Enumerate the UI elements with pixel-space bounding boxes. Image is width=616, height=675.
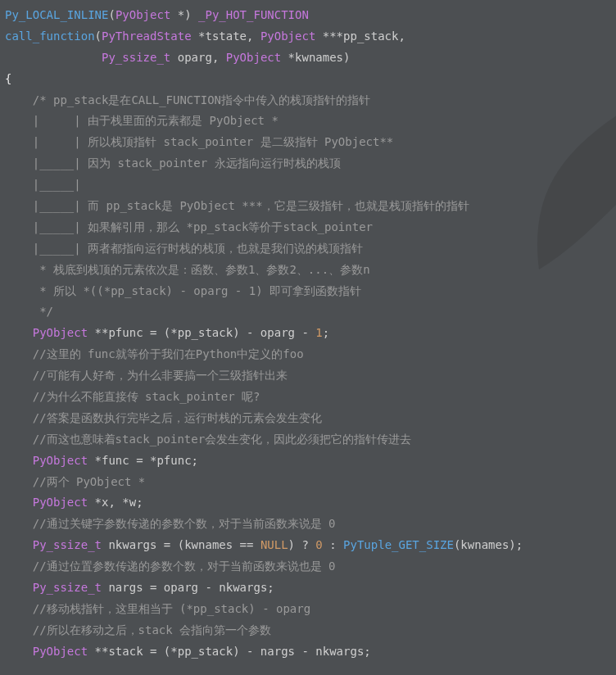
- code-text: :: [323, 538, 343, 551]
- code-comment: //通过关键字参数传递的参数个数，对于当前函数来说是 0: [5, 517, 335, 530]
- code-comment: //所以在移动之后，stack 会指向第一个参数: [5, 623, 271, 636]
- code-text: Py_LOCAL_INLINE: [5, 8, 108, 21]
- code-text: PyObject: [260, 29, 315, 43]
- code-text: ***pp_stack,: [315, 29, 405, 43]
- code-text: PyTuple_GET_SIZE: [343, 538, 454, 551]
- code-comment: //答案是函数执行完毕之后，运行时栈的元素会发生变化: [5, 411, 322, 424]
- code-text: *func = *pfunc;: [88, 454, 198, 467]
- code-comment: //通过位置参数传递的参数个数，对于当前函数来说也是 0: [5, 559, 335, 573]
- code-comment: |_____| 如果解引用，那么 *pp_stack等价于stack_point…: [5, 220, 373, 233]
- code-comment: //这里的 func就等价于我们在Python中定义的foo: [5, 347, 304, 360]
- code-text: PyObject: [33, 645, 88, 658]
- code-text: [5, 51, 102, 64]
- code-text: PyObject: [33, 326, 88, 339]
- code-text: _Py_HOT_FUNCTION: [198, 8, 309, 21]
- code-text: PyObject: [33, 454, 88, 467]
- code-comment: | | 由于栈里面的元素都是 PyObject *: [5, 114, 279, 127]
- code-text: *kwnames): [281, 51, 350, 64]
- code-text: PyObject: [116, 8, 170, 21]
- code-comment: |_____| 因为 stack_pointer 永远指向运行时栈的栈顶: [5, 156, 341, 170]
- code-text: {: [5, 72, 11, 85]
- code-text: Py_ssize_t: [33, 538, 102, 551]
- code-text: (kwnames);: [454, 538, 523, 551]
- code-comment: |_____| 两者都指向运行时栈的栈顶，也就是我们说的栈顶指针: [5, 242, 363, 255]
- code-comment: |_____|: [5, 178, 81, 191]
- code-text: *): [170, 8, 198, 21]
- code-comment: //移动栈指针，这里相当于 (*pp_stack) - oparg: [5, 602, 310, 615]
- code-block: Py_LOCAL_INLINE(PyObject *) _Py_HOT_FUNC…: [0, 0, 616, 668]
- code-text: nargs = oparg - nkwargs;: [102, 581, 274, 594]
- code-text: *x, *w;: [88, 496, 143, 509]
- code-comment: /* pp_stack是在CALL_FUNCTION指令中传入的栈顶指针的指针: [5, 93, 370, 106]
- code-text: **stack = (*pp_stack) - nargs - nkwargs;: [88, 645, 371, 658]
- code-text: PyObject: [33, 496, 88, 509]
- code-text: (: [108, 8, 115, 21]
- code-text: call_function: [5, 29, 95, 43]
- code-text: nkwargs = (kwnames ==: [102, 538, 260, 551]
- code-text: 0: [315, 538, 322, 551]
- code-text: (: [95, 29, 102, 43]
- code-comment: //而这也意味着stack_pointer会发生变化，因此必须把它的指针传进去: [5, 433, 411, 446]
- code-text: **pfunc = (*pp_stack) - oparg -: [88, 326, 315, 339]
- code-text: Py_ssize_t: [102, 51, 170, 64]
- code-text: NULL: [260, 538, 288, 551]
- code-text: ) ?: [288, 538, 316, 551]
- code-comment: * 所以 *((*pp_stack) - oparg - 1) 即可拿到函数指针: [5, 284, 361, 297]
- code-text: Py_ssize_t: [33, 581, 102, 594]
- code-comment: */: [5, 305, 53, 318]
- code-comment: |_____| 而 pp_stack是 PyObject ***，它是三级指针，…: [5, 199, 469, 212]
- code-text: *tstate,: [192, 29, 260, 43]
- code-text: oparg,: [170, 51, 225, 64]
- code-text: PyThreadState: [102, 29, 192, 43]
- code-comment: //两个 PyObject *: [5, 475, 145, 488]
- code-text: 1: [315, 326, 322, 339]
- code-comment: * 栈底到栈顶的元素依次是：函数、参数1、参数2、...、参数n: [5, 263, 370, 276]
- code-text: ;: [323, 326, 329, 339]
- code-comment: | | 所以栈顶指针 stack_pointer 是二级指针 PyObject*…: [5, 135, 393, 148]
- code-text: PyObject: [226, 51, 281, 64]
- code-comment: //可能有人好奇，为什么非要搞一个三级指针出来: [5, 369, 288, 382]
- code-comment: //为什么不能直接传 stack_pointer 呢?: [5, 390, 260, 403]
